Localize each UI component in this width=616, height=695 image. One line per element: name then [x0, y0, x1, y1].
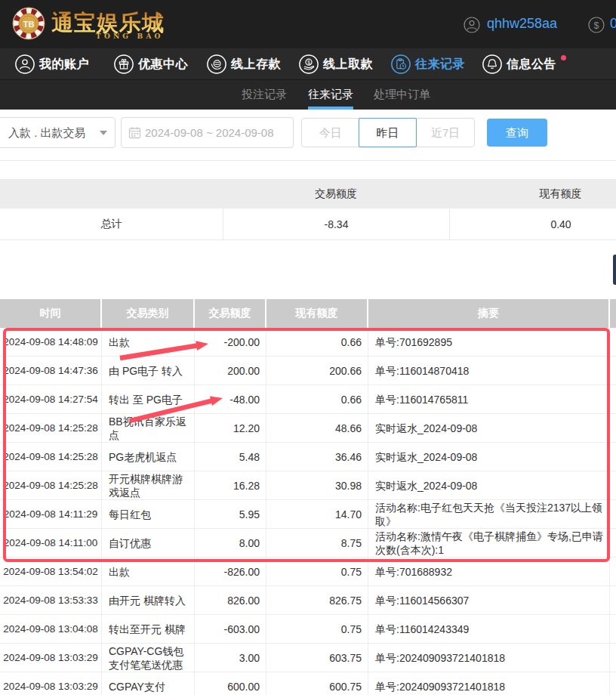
- table-row: 2024-09-08 13:54:02 出款 -826.00 0.75 单号:7…: [0, 558, 616, 586]
- cell-note: 实时返水_2024-09-08: [368, 414, 610, 443]
- col-note: 摘要: [368, 299, 610, 328]
- col-extra: [610, 299, 616, 328]
- cell-type: 由开元 棋牌转入: [102, 586, 195, 615]
- cell-note: 单号:202409093721401818: [368, 672, 610, 695]
- cell-amount: 8.00: [195, 529, 266, 558]
- cell-amount: 5.95: [195, 500, 266, 529]
- cell-time: 2024-09-08 14:47:36: [0, 357, 102, 385]
- cell-extra: [610, 672, 616, 695]
- summary-table: 交易额度 现有额度 总计 -8.34 0.40: [0, 179, 616, 240]
- date-range-input[interactable]: 2024-09-08 ~ 2024-09-08: [121, 117, 294, 148]
- nav-item-transactions[interactable]: 往来记录: [391, 48, 465, 80]
- floating-side-button[interactable]: [613, 255, 616, 285]
- cell-extra: [610, 500, 616, 529]
- balance-amount[interactable]: 0: [610, 16, 616, 32]
- nav-label: 信息公告: [507, 57, 556, 73]
- cell-type: 自订优惠: [102, 529, 195, 558]
- table-row: 2024-09-08 14:25:28 PG老虎机返点 5.48 36.46 实…: [0, 443, 616, 471]
- summary-header-row: 交易额度 现有额度: [0, 179, 616, 208]
- cell-type: 出款: [102, 558, 195, 586]
- table-row: 2024-09-08 14:11:29 每日红包 5.95 14.70 活动名称…: [0, 500, 616, 529]
- cell-amount: 16.28: [195, 471, 266, 500]
- sub-nav: 投注记录 往来记录 处理中订单: [0, 80, 616, 110]
- yesterday-button[interactable]: 昨日: [359, 119, 417, 147]
- date-range-value: 2024-09-08 ~ 2024-09-08: [145, 118, 274, 147]
- cell-type: CGPAY-CG钱包支付笔笔送优惠: [102, 644, 195, 672]
- cell-note: 单号:116014765811: [368, 385, 610, 414]
- nav-label: 往来记录: [415, 57, 465, 73]
- chevron-down-icon: [100, 131, 107, 135]
- nav-label: 我的账户: [39, 57, 89, 73]
- col-type: 交易类别: [102, 299, 195, 328]
- brand-chip-logo-icon: TB: [12, 7, 45, 40]
- cell-note: 单号:701688932: [368, 558, 610, 586]
- cell-balance: 200.66: [266, 357, 368, 385]
- cell-balance: 0.75: [266, 558, 368, 586]
- summary-total-label: 总计: [0, 208, 223, 240]
- cell-balance: 48.66: [266, 414, 368, 443]
- cell-note: 实时返水_2024-09-08: [368, 443, 610, 471]
- tab-bet-records[interactable]: 投注记录: [242, 80, 287, 110]
- notification-dot: [561, 55, 566, 60]
- cell-time: 2024-09-08 14:25:28: [0, 443, 102, 471]
- cell-amount: -826.00: [195, 558, 266, 586]
- cell-extra: [610, 471, 616, 500]
- cell-amount: -200.00: [195, 328, 266, 357]
- nav-item-promotions[interactable]: 优惠中心: [114, 48, 188, 80]
- cell-extra: [610, 586, 616, 615]
- cell-extra: [610, 414, 616, 443]
- tab-label: 投注记录: [242, 88, 287, 100]
- cell-time: 2024-09-08 14:11:00: [0, 529, 102, 558]
- select-value: 入款 . 出款交易: [8, 118, 86, 147]
- cell-extra: [610, 558, 616, 586]
- nav-item-my-account[interactable]: 我的账户: [15, 48, 89, 80]
- cell-amount: -603.00: [195, 615, 266, 644]
- cell-note: 单号:202409093721401818: [368, 644, 610, 672]
- summary-header-balance: 现有额度: [449, 179, 616, 208]
- nav-label: 线上存款: [231, 57, 281, 73]
- cell-amount: 200.00: [195, 357, 266, 385]
- nav-item-announcements[interactable]: 信息公告: [482, 48, 556, 80]
- cell-type: 每日红包: [102, 500, 195, 529]
- summary-header-empty: [0, 179, 223, 208]
- today-button[interactable]: 今日: [302, 119, 359, 147]
- cell-amount: 3.00: [195, 644, 266, 672]
- cell-extra: [610, 529, 616, 558]
- cell-amount: 600.00: [195, 672, 266, 695]
- nav-item-withdraw[interactable]: $ 线上取款: [299, 48, 373, 80]
- cell-time: 2024-09-08 14:48:09: [0, 328, 102, 357]
- nav-item-deposit[interactable]: 线上存款: [207, 48, 281, 80]
- last7days-button[interactable]: 近7日: [416, 119, 474, 147]
- cell-balance: 36.46: [266, 443, 368, 471]
- transaction-type-select[interactable]: 入款 . 出款交易: [0, 117, 116, 148]
- summary-total-amount: -8.34: [223, 208, 449, 240]
- nav-label: 优惠中心: [138, 57, 188, 73]
- cell-type: PG老虎机返点: [102, 443, 195, 471]
- username[interactable]: qhhw258aa: [487, 16, 557, 32]
- section-divider: [0, 160, 616, 161]
- cell-time: 2024-09-08 13:03:29: [0, 672, 102, 695]
- nav-label: 线上取款: [323, 57, 373, 73]
- tab-label: 往来记录: [308, 88, 353, 100]
- tab-pending-orders[interactable]: 处理中订单: [374, 80, 430, 110]
- records-icon: [391, 54, 411, 74]
- page: TB 通宝娱乐城 TONG BAO qhhw258aa $ 0 我的账户: [0, 0, 616, 695]
- account-icon: [15, 54, 35, 74]
- summary-total-row: 总计 -8.34 0.40: [0, 208, 616, 240]
- balance-dollar-icon: $: [588, 17, 605, 33]
- cell-type: BB视讯百家乐返点: [102, 414, 195, 443]
- cell-note: 活动名称:电子红包天天抢《当天投注2137以上领取》: [368, 500, 610, 529]
- cell-balance: 30.98: [266, 471, 368, 500]
- cell-type: 开元棋牌棋牌游戏返点: [102, 471, 195, 500]
- query-button[interactable]: 查询: [487, 119, 547, 147]
- active-tab-underline: [308, 107, 353, 110]
- table-row: 2024-09-08 14:48:09 出款 -200.00 0.66 单号:7…: [0, 328, 616, 357]
- cell-balance: 14.70: [266, 500, 368, 529]
- cell-type: 出款: [102, 328, 195, 357]
- tab-transaction-records[interactable]: 往来记录: [308, 80, 353, 110]
- cell-extra: [610, 328, 616, 357]
- table-row: 2024-09-08 14:27:54 转出 至 PG电子 -48.00 0.6…: [0, 385, 616, 414]
- cell-balance: 600.75: [266, 672, 368, 695]
- bell-icon: [482, 54, 502, 74]
- svg-text:$: $: [307, 60, 310, 65]
